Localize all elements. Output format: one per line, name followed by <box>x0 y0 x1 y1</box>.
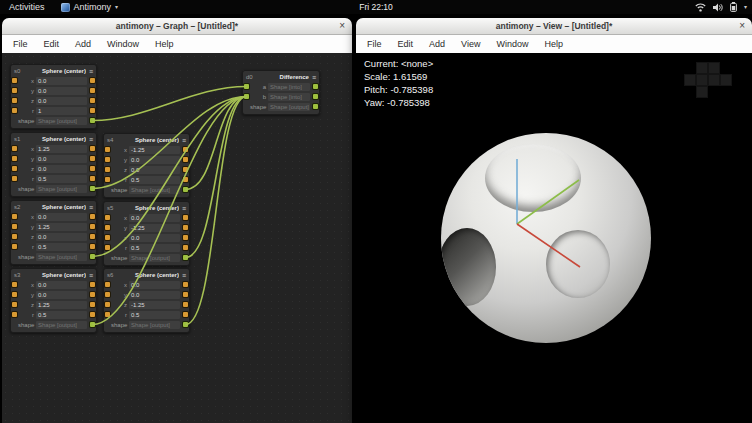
numeric-output-connector[interactable] <box>183 177 188 182</box>
hamburger-menu-icon[interactable]: ≡ <box>89 68 93 75</box>
row-field-z[interactable]: 0.0 <box>129 166 180 174</box>
numeric-output-connector[interactable] <box>183 235 188 240</box>
row-field-x[interactable]: 0.0 <box>129 214 180 222</box>
shape-output-connector[interactable] <box>183 255 188 260</box>
numeric-input-connector[interactable] <box>105 167 110 172</box>
row-field-r[interactable]: 0.5 <box>36 243 87 251</box>
numeric-input-connector[interactable] <box>12 292 17 297</box>
row-field-z[interactable]: 0.0 <box>36 165 87 173</box>
graph-node-s4[interactable]: s4Sphere (center)≡x-1.25y0.0z0.0r0.5shap… <box>103 133 190 198</box>
graph-node-s2[interactable]: s2Sphere (center)≡x0.0y1.25z0.0r0.5shape… <box>10 200 97 265</box>
activities-button[interactable]: Activities <box>0 0 54 14</box>
numeric-output-connector[interactable] <box>183 215 188 220</box>
numeric-input-connector[interactable] <box>12 88 17 93</box>
numeric-output-connector[interactable] <box>90 108 95 113</box>
numeric-input-connector[interactable] <box>12 156 17 161</box>
numeric-output-connector[interactable] <box>90 88 95 93</box>
row-field-y[interactable]: 0.0 <box>36 87 87 95</box>
menu-item-edit[interactable]: Edit <box>36 39 68 49</box>
numeric-output-connector[interactable] <box>183 245 188 250</box>
shape-output-connector[interactable] <box>313 94 318 99</box>
numeric-input-connector[interactable] <box>105 235 110 240</box>
row-field-z[interactable]: 0.0 <box>129 234 180 242</box>
numeric-input-connector[interactable] <box>12 244 17 249</box>
row-field-a[interactable]: Shape [into] <box>268 83 310 91</box>
row-field-r[interactable]: 0.5 <box>36 175 87 183</box>
clock[interactable]: Fri 22:10 <box>359 2 393 12</box>
hamburger-menu-icon[interactable]: ≡ <box>182 137 186 144</box>
row-field-y[interactable]: 1.25 <box>36 223 87 231</box>
numeric-output-connector[interactable] <box>183 157 188 162</box>
numeric-output-connector[interactable] <box>90 282 95 287</box>
menu-item-add[interactable]: Add <box>421 39 453 49</box>
row-field-b[interactable]: Shape [into] <box>268 93 310 101</box>
numeric-input-connector[interactable] <box>12 166 17 171</box>
numeric-input-connector[interactable] <box>12 98 17 103</box>
row-field-x[interactable]: -1.25 <box>129 146 180 154</box>
hamburger-menu-icon[interactable]: ≡ <box>89 204 93 211</box>
numeric-input-connector[interactable] <box>12 312 17 317</box>
edge-s0-to-d0-a[interactable] <box>93 87 247 121</box>
row-field-r[interactable]: 0.5 <box>129 176 180 184</box>
numeric-input-connector[interactable] <box>105 312 110 317</box>
numeric-input-connector[interactable] <box>12 282 17 287</box>
row-field-r[interactable]: 1 <box>36 107 87 115</box>
numeric-output-connector[interactable] <box>90 98 95 103</box>
hamburger-menu-icon[interactable]: ≡ <box>89 136 93 143</box>
menu-item-help[interactable]: Help <box>536 39 571 49</box>
numeric-output-connector[interactable] <box>183 167 188 172</box>
edge-s4-to-d0-b[interactable] <box>186 97 247 190</box>
hamburger-menu-icon[interactable]: ≡ <box>182 272 186 279</box>
numeric-input-connector[interactable] <box>105 245 110 250</box>
row-field-y[interactable]: 0.0 <box>36 291 87 299</box>
row-field-shape[interactable]: Shape [output] <box>36 185 87 193</box>
graph-node-s6[interactable]: s6Sphere (center)≡x0.0y0.0z-1.25r0.5shap… <box>103 268 190 333</box>
numeric-input-connector[interactable] <box>105 177 110 182</box>
graph-titlebar[interactable]: antimony – Graph – [Untitled]* × <box>2 18 352 35</box>
row-field-y[interactable]: 0.0 <box>36 155 87 163</box>
numeric-input-connector[interactable] <box>105 302 110 307</box>
numeric-input-connector[interactable] <box>12 234 17 239</box>
row-field-r[interactable]: 0.5 <box>36 311 87 319</box>
numeric-input-connector[interactable] <box>105 147 110 152</box>
graph-node-s5[interactable]: s5Sphere (center)≡x0.0y-1.25z0.0r0.5shap… <box>103 201 190 266</box>
graph-node-s3[interactable]: s3Sphere (center)≡x0.0y0.0z1.25r0.5shape… <box>10 268 97 333</box>
row-field-z[interactable]: -1.25 <box>129 301 180 309</box>
numeric-output-connector[interactable] <box>90 244 95 249</box>
row-field-r[interactable]: 0.5 <box>129 311 180 319</box>
row-field-x[interactable]: 0.0 <box>36 281 87 289</box>
row-field-y[interactable]: 0.0 <box>129 156 180 164</box>
numeric-input-connector[interactable] <box>12 146 17 151</box>
numeric-input-connector[interactable] <box>12 214 17 219</box>
shape-input-connector[interactable] <box>244 84 249 89</box>
numeric-input-connector[interactable] <box>105 157 110 162</box>
hamburger-menu-icon[interactable]: ≡ <box>312 74 316 81</box>
numeric-input-connector[interactable] <box>105 282 110 287</box>
menu-item-window[interactable]: Window <box>488 39 536 49</box>
numeric-output-connector[interactable] <box>90 224 95 229</box>
numeric-output-connector[interactable] <box>90 312 95 317</box>
numeric-output-connector[interactable] <box>90 78 95 83</box>
numeric-output-connector[interactable] <box>90 146 95 151</box>
numeric-input-connector[interactable] <box>12 78 17 83</box>
shape-output-connector[interactable] <box>90 118 95 123</box>
graph-canvas[interactable]: s0Sphere (center)≡x0.0y0.0z0.0r1shapeSha… <box>2 53 352 423</box>
menu-item-file[interactable]: File <box>5 39 36 49</box>
numeric-output-connector[interactable] <box>90 234 95 239</box>
row-field-shape[interactable]: Shape [output] <box>129 186 180 194</box>
shape-output-connector[interactable] <box>90 322 95 327</box>
row-field-shape[interactable]: Shape [output] <box>129 254 180 262</box>
row-field-shape[interactable]: Shape [output] <box>36 321 87 329</box>
numeric-output-connector[interactable] <box>183 282 188 287</box>
shape-output-connector[interactable] <box>183 187 188 192</box>
row-field-x[interactable]: 0.0 <box>36 77 87 85</box>
row-field-shape[interactable]: Shape [output] <box>268 103 310 111</box>
row-field-shape[interactable]: Shape [output] <box>129 321 180 329</box>
view-titlebar[interactable]: antimony – View – [Untitled]* × <box>356 18 752 35</box>
shape-output-connector[interactable] <box>90 254 95 259</box>
menu-item-edit[interactable]: Edit <box>390 39 422 49</box>
edge-s6-to-d0-b[interactable] <box>186 97 247 325</box>
app-menu[interactable]: Antimony ▾ <box>54 0 126 14</box>
row-field-shape[interactable]: Shape [output] <box>36 117 87 125</box>
menu-item-file[interactable]: File <box>359 39 390 49</box>
